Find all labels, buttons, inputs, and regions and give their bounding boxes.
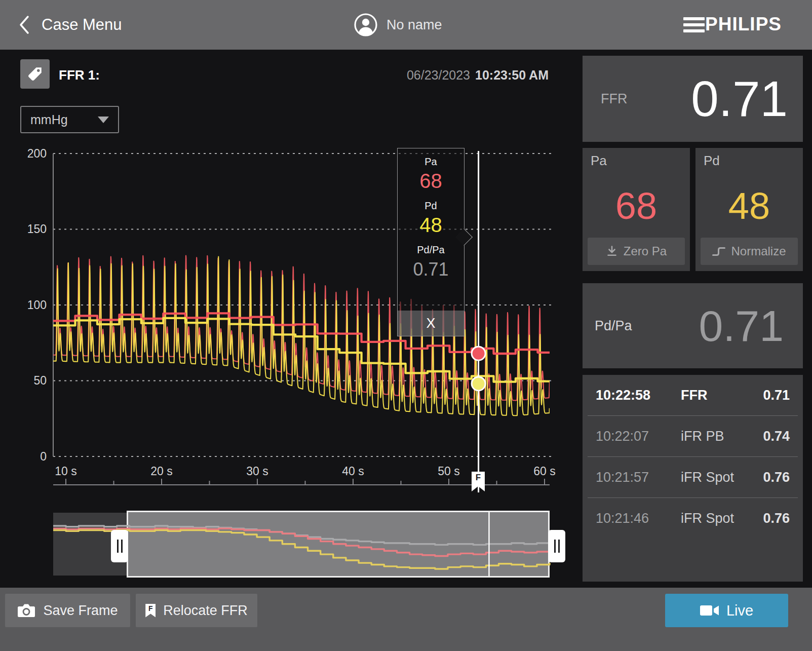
- pd-panel: Pd 48 Normalize: [695, 148, 803, 271]
- history-time: 10:21:57: [596, 470, 681, 485]
- zero-arrow-icon: [606, 245, 618, 257]
- tooltip-pa-value: 68: [419, 170, 442, 193]
- patient-name: No name: [386, 17, 442, 33]
- menu-button[interactable]: [683, 15, 705, 34]
- save-frame-label: Save Frame: [43, 603, 118, 619]
- live-label: Live: [726, 602, 753, 619]
- ffr-result-panel: FFR 0.71: [583, 56, 803, 142]
- history-row[interactable]: 10:22:07 iFR PB 0.74: [583, 416, 803, 456]
- label-tag-button[interactable]: [20, 59, 50, 89]
- measurement-history-panel: 10:22:58 FFR 0.71 10:22:07 iFR PB 0.74 1…: [583, 375, 803, 582]
- x-tick-40s: 40 s: [342, 465, 364, 478]
- history-value: 0.76: [747, 511, 790, 526]
- history-row[interactable]: 10:22:58 FFR 0.71: [583, 375, 803, 415]
- pa-label: Pa: [591, 153, 607, 169]
- x-tick-20s: 20 s: [150, 465, 172, 478]
- x-tick-60s: 60 s: [533, 465, 555, 478]
- relocate-label: Relocate FFR: [163, 603, 248, 619]
- y-tick-150: 150: [27, 222, 47, 236]
- tooltip-pd-value: 48: [419, 214, 442, 237]
- back-chevron-icon: [18, 14, 30, 35]
- unit-value: mmHg: [30, 112, 98, 127]
- x-tick-30s: 30 s: [246, 465, 268, 478]
- pressure-chart: 200 150 100 50 0 10 s 20 s 30 s 40 s 50 …: [0, 141, 569, 501]
- record-time: 10:23:50 AM: [475, 68, 549, 82]
- ffr-value: 0.71: [691, 56, 788, 142]
- tooltip-close-button[interactable]: X: [398, 311, 464, 336]
- bottom-bar: Save Frame F Relocate FFR Live: [0, 588, 812, 651]
- back-label: Case Menu: [42, 16, 122, 34]
- pd-value: 48: [695, 184, 803, 227]
- y-tick-200: 200: [27, 147, 47, 160]
- x-tick-50s: 50 s: [438, 465, 459, 478]
- pdpa-panel: Pd/Pa 0.71: [583, 283, 803, 368]
- history-time: 10:22:58: [596, 388, 681, 403]
- pa-cursor-dot: [472, 347, 485, 360]
- pd-cursor-dot: [472, 377, 485, 391]
- tag-icon: [26, 65, 44, 83]
- relocate-ffr-button[interactable]: F Relocate FFR: [136, 594, 257, 627]
- tooltip-pa-label: Pa: [424, 156, 437, 168]
- history-type: FFR: [681, 388, 747, 403]
- save-frame-button[interactable]: Save Frame: [5, 594, 130, 627]
- pa-panel: Pa 68 Zero Pa: [583, 148, 690, 271]
- pd-label: Pd: [704, 153, 720, 169]
- minimap-left-handle[interactable]: [111, 530, 128, 562]
- record-date: 06/23/2023: [407, 68, 470, 82]
- hamburger-icon: [683, 17, 705, 20]
- normalize-label: Normalize: [731, 244, 786, 258]
- brand-logo: PHILIPS: [705, 14, 782, 35]
- pdpa-value: 0.71: [699, 283, 784, 368]
- avatar-icon: [354, 13, 378, 37]
- x-tick-10s: 10 s: [55, 465, 76, 478]
- record-datetime: 06/23/202310:23:50 AM: [407, 68, 549, 83]
- y-tick-100: 100: [27, 298, 47, 312]
- history-value: 0.71: [747, 388, 790, 403]
- zero-pa-label: Zero Pa: [624, 244, 667, 258]
- minimap-chart: [0, 511, 569, 578]
- camera-icon: [17, 603, 35, 618]
- cursor-tooltip: Pa 68 Pd 48 Pd/Pa 0.71 X: [397, 148, 465, 336]
- minimap-right-handle[interactable]: [548, 530, 565, 562]
- pdpa-label: Pd/Pa: [595, 283, 632, 368]
- bookmark-f-icon: F: [145, 604, 156, 618]
- history-row[interactable]: 10:21:46 iFR Spot 0.76: [583, 498, 803, 539]
- chevron-down-icon: [98, 117, 109, 123]
- history-value: 0.74: [747, 429, 790, 444]
- history-type: iFR Spot: [681, 470, 747, 485]
- pause-handle-icon: [554, 540, 556, 553]
- top-bar: Case Menu No name PHILIPS: [0, 0, 812, 50]
- normalize-step-icon: [712, 246, 725, 257]
- back-button[interactable]: Case Menu: [18, 0, 122, 50]
- history-type: iFR PB: [681, 429, 747, 444]
- normalize-button[interactable]: Normalize: [701, 238, 798, 265]
- tooltip-ratio-value: 0.71: [413, 259, 448, 280]
- tooltip-pd-label: Pd: [424, 200, 437, 212]
- cursor-group[interactable]: [472, 151, 485, 492]
- history-row[interactable]: 10:21:57 iFR Spot 0.76: [583, 457, 803, 497]
- pause-handle-icon: [117, 540, 119, 553]
- zero-pa-button[interactable]: Zero Pa: [588, 238, 685, 265]
- history-time: 10:22:07: [596, 429, 681, 444]
- tooltip-ratio-label: Pd/Pa: [417, 244, 444, 256]
- unit-dropdown[interactable]: mmHg: [20, 106, 119, 133]
- live-button[interactable]: Live: [665, 594, 788, 627]
- video-camera-icon: [700, 604, 719, 617]
- history-value: 0.76: [747, 470, 790, 485]
- pa-value: 68: [583, 184, 690, 227]
- history-time: 10:21:46: [596, 511, 681, 526]
- patient-info[interactable]: No name: [354, 0, 442, 50]
- y-tick-50: 50: [33, 374, 47, 387]
- history-type: iFR Spot: [681, 511, 747, 526]
- run-title: FFR 1:: [59, 67, 100, 83]
- y-tick-0: 0: [40, 450, 47, 463]
- ffr-label: FFR: [601, 56, 627, 142]
- app-root: Case Menu No name PHILIPS FFR 1: 06/23/2…: [0, 0, 812, 651]
